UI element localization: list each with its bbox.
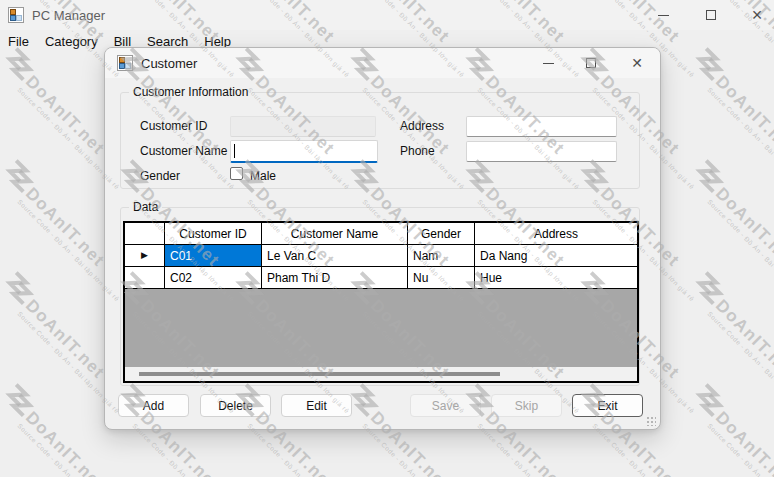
grid-empty-area bbox=[125, 289, 637, 367]
watermark-subtext: Source Code - Đồ Án - Bài tập lớn giá rẻ bbox=[706, 198, 774, 303]
window-title: PC Manager bbox=[32, 8, 105, 23]
exit-button[interactable]: Exit bbox=[572, 394, 643, 417]
watermark-text: DoAnIT.net bbox=[712, 409, 774, 477]
watermark-logo-icon bbox=[689, 380, 729, 420]
dialog-icon bbox=[117, 55, 133, 71]
save-button[interactable]: Save bbox=[410, 394, 481, 417]
grid-corner-cell[interactable] bbox=[125, 223, 165, 244]
dialog-titlebar: Customer ✕ bbox=[105, 48, 660, 78]
dialog-close-button[interactable]: ✕ bbox=[617, 48, 657, 78]
grid-row[interactable]: C02Pham Thi DNuHue bbox=[125, 267, 637, 289]
minimize-icon bbox=[658, 15, 669, 16]
grid-column-header[interactable]: Customer Name bbox=[262, 223, 408, 244]
address-label: Address bbox=[400, 119, 444, 133]
watermark-text: DoAnIT.net bbox=[712, 73, 774, 185]
edit-button[interactable]: Edit bbox=[281, 394, 352, 417]
scrollbar-thumb[interactable] bbox=[139, 372, 500, 376]
watermark-subtext: Source Code - Đồ Án - Bài tập lớn giá rẻ bbox=[131, 422, 236, 477]
watermark-subtext: Source Code - Đồ Án - Bài tập lớn giá rẻ bbox=[706, 86, 774, 191]
menu-item-category[interactable]: Category bbox=[37, 30, 106, 52]
grid-header-row: Customer IDCustomer NameGenderAddress bbox=[125, 223, 637, 245]
customer-information-group-title: Customer Information bbox=[129, 85, 252, 99]
customer-id-label: Customer ID bbox=[140, 119, 207, 133]
current-row-arrow-icon: ▶ bbox=[141, 251, 148, 260]
address-input[interactable] bbox=[466, 116, 617, 137]
grid-column-header[interactable]: Address bbox=[475, 223, 637, 244]
customer-grid: Customer IDCustomer NameGenderAddress ▶C… bbox=[123, 221, 639, 383]
watermark-subtext: Source Code - Đồ Án - Bài tập lớn giá rẻ bbox=[16, 422, 121, 477]
watermark-subtext: Source Code - Đồ Án - Bài tập lớn giá rẻ bbox=[706, 310, 774, 415]
dialog-maximize-button[interactable] bbox=[571, 48, 611, 78]
grid-cell[interactable]: Hue bbox=[475, 267, 637, 288]
male-checkbox-label: Male bbox=[250, 169, 276, 183]
grid-cell[interactable]: Le Van C bbox=[262, 245, 408, 266]
maximize-button[interactable] bbox=[694, 0, 728, 30]
grid-cell[interactable]: Pham Thi D bbox=[262, 267, 408, 288]
dialog-title: Customer bbox=[141, 56, 197, 71]
watermark-tile: DoAnIT.netSource Code - Đồ Án - Bài tập … bbox=[702, 386, 774, 412]
grid-column-header[interactable]: Customer ID bbox=[165, 223, 262, 244]
close-icon: ✕ bbox=[751, 8, 763, 22]
watermark-subtext: Source Code - Đồ Án - Bài tập lớn giá rẻ bbox=[476, 422, 581, 477]
grid-cell-selected[interactable]: C01 bbox=[165, 245, 262, 266]
screen: PC Manager ✕ FileCategoryBillSearchHelp … bbox=[0, 0, 774, 477]
grid-row[interactable]: ▶C01Le Van CNamDa Nang bbox=[125, 245, 637, 267]
customer-id-input[interactable] bbox=[230, 116, 376, 137]
dialog-icon-light-square bbox=[125, 63, 131, 69]
watermark-logo-icon bbox=[0, 156, 39, 196]
customer-dialog: Customer ✕ Customer Information Customer… bbox=[104, 47, 661, 430]
skip-button[interactable]: Skip bbox=[491, 394, 562, 417]
add-button[interactable]: Add bbox=[118, 394, 189, 417]
menu-item-file[interactable]: File bbox=[0, 30, 37, 52]
delete-button[interactable]: Delete bbox=[200, 394, 271, 417]
grid-horizontal-scrollbar[interactable] bbox=[125, 367, 637, 381]
watermark-tile: DoAnIT.netSource Code - Đồ Án - Bài tập … bbox=[702, 162, 774, 188]
watermark-tile: DoAnIT.netSource Code - Đồ Án - Bài tập … bbox=[702, 274, 774, 300]
watermark-logo-icon bbox=[0, 268, 39, 308]
watermark-logo-icon bbox=[0, 380, 39, 420]
minimize-button[interactable] bbox=[646, 0, 680, 30]
app-icon-light-square bbox=[16, 15, 22, 21]
male-checkbox[interactable] bbox=[230, 167, 243, 180]
data-group-title: Data bbox=[129, 200, 162, 214]
maximize-icon bbox=[706, 10, 716, 20]
row-selector-cell[interactable] bbox=[125, 267, 165, 288]
watermark-subtext: Source Code - Đồ Án - Bài tập lớn giá rẻ bbox=[361, 422, 466, 477]
grid-cell[interactable]: C02 bbox=[165, 267, 262, 288]
dialog-maximize-icon bbox=[586, 58, 596, 68]
close-button[interactable]: ✕ bbox=[740, 0, 774, 30]
text-caret bbox=[234, 144, 235, 158]
resize-grip-icon[interactable] bbox=[645, 415, 656, 426]
watermark-subtext: Source Code - Đồ Án - Bài tập lớn giá rẻ bbox=[246, 422, 351, 477]
customer-name-label: Customer Name bbox=[140, 144, 227, 158]
grid-cell[interactable]: Da Nang bbox=[475, 245, 637, 266]
app-icon bbox=[8, 7, 24, 23]
watermark-text: DoAnIT.net bbox=[712, 185, 774, 297]
dialog-minimize-icon bbox=[543, 63, 554, 64]
row-selector-cell[interactable]: ▶ bbox=[125, 245, 165, 266]
phone-input[interactable] bbox=[466, 141, 617, 162]
grid-cell[interactable]: Nam bbox=[408, 245, 475, 266]
customer-name-input[interactable] bbox=[230, 140, 378, 163]
watermark-tile: DoAnIT.netSource Code - Đồ Án - Bài tập … bbox=[702, 50, 774, 76]
grid-column-header[interactable]: Gender bbox=[408, 223, 475, 244]
phone-label: Phone bbox=[400, 144, 435, 158]
gender-label: Gender bbox=[140, 169, 180, 183]
grid-cell[interactable]: Nu bbox=[408, 267, 475, 288]
dialog-close-icon: ✕ bbox=[631, 56, 643, 70]
watermark-logo-icon bbox=[689, 156, 729, 196]
watermark-text: DoAnIT.net bbox=[712, 297, 774, 409]
watermark-subtext: Source Code - Đồ Án - Bài tập lớn giá rẻ bbox=[591, 422, 696, 477]
dialog-minimize-button[interactable] bbox=[528, 48, 568, 78]
watermark-subtext: Source Code - Đồ Án - Bài tập lớn giá rẻ bbox=[706, 422, 774, 477]
watermark-logo-icon bbox=[689, 268, 729, 308]
